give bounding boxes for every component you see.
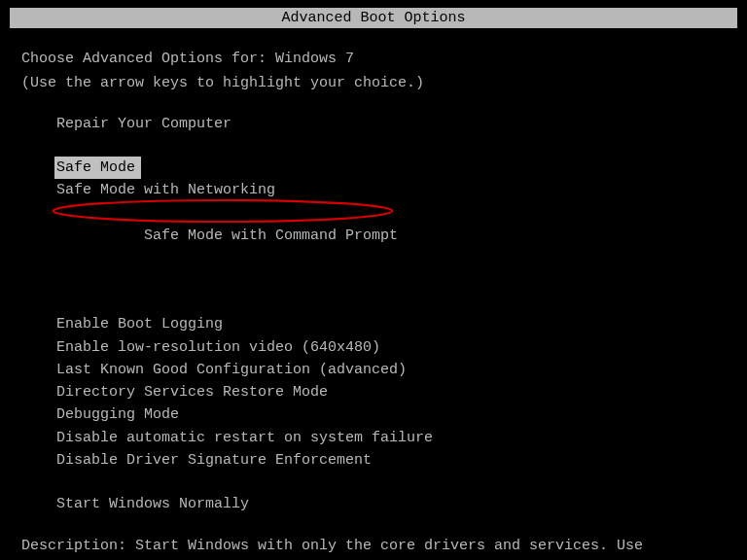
title-text: Advanced Boot Options <box>281 10 465 26</box>
hint-line: (Use the arrow keys to highlight your ch… <box>21 72 726 94</box>
menu-item-debugging-mode[interactable]: Debugging Mode <box>56 403 726 426</box>
description-text1: Start Windows with only the core drivers… <box>135 538 643 554</box>
menu-item-start-normally[interactable]: Start Windows Normally <box>56 493 726 515</box>
boot-menu: Repair Your Computer Safe Mode Safe Mode… <box>56 113 726 516</box>
boot-screen: Advanced Boot Options Choose Advanced Op… <box>0 0 747 560</box>
menu-item-enable-boot-logging[interactable]: Enable Boot Logging <box>56 313 726 335</box>
menu-item-low-res-video[interactable]: Enable low-resolution video (640x480) <box>56 336 726 359</box>
description-prefix: Description: <box>21 538 135 554</box>
menu-item-safe-mode-networking[interactable]: Safe Mode with Networking <box>56 179 726 201</box>
content-area: Choose Advanced Options for: Windows 7 (… <box>0 28 747 560</box>
menu-item-disable-auto-restart[interactable]: Disable automatic restart on system fail… <box>56 427 726 449</box>
svg-point-0 <box>53 200 393 222</box>
menu-item-ds-restore-mode[interactable]: Directory Services Restore Mode <box>56 381 726 403</box>
menu-item-disable-driver-sig[interactable]: Disable Driver Signature Enforcement <box>56 449 726 472</box>
menu-item-repair-your-computer[interactable]: Repair Your Computer <box>56 113 726 135</box>
menu-spacer <box>56 292 726 313</box>
menu-item-last-known-good[interactable]: Last Known Good Configuration (advanced) <box>56 359 726 381</box>
menu-item-safe-mode[interactable]: Safe Mode <box>54 157 141 179</box>
description-line1: Description: Start Windows with only the… <box>21 535 726 557</box>
title-bar: Advanced Boot Options <box>10 8 737 28</box>
menu-spacer <box>56 472 726 493</box>
menu-spacer <box>56 135 726 157</box>
description-block: Description: Start Windows with only the… <box>21 535 726 560</box>
menu-item-label: Safe Mode with Command Prompt <box>144 228 398 244</box>
instruction-line: Choose Advanced Options for: Windows 7 <box>21 48 726 70</box>
annotation-circle-icon <box>49 197 397 225</box>
menu-item-safe-mode-cmd[interactable]: Safe Mode with Command Prompt <box>56 201 398 292</box>
